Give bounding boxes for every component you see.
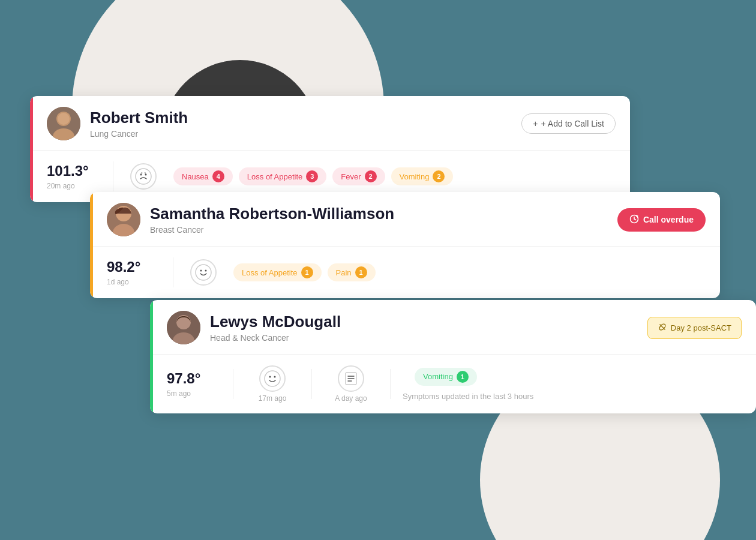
- day-post-sact-button[interactable]: Day 2 post-SACT: [647, 317, 742, 339]
- divider-3a: [233, 369, 233, 399]
- card-bar-red: [30, 96, 33, 202]
- patient-diagnosis-2: Breast Cancer: [150, 225, 617, 235]
- vital-section-1: 101.3° 20m ago: [47, 163, 101, 190]
- divider-2: [173, 257, 173, 287]
- svg-point-5: [140, 174, 142, 176]
- vital-time-1: 20m ago: [47, 182, 75, 190]
- symptom-nausea-count: 4: [212, 170, 224, 182]
- card-bar-green: [150, 300, 153, 413]
- card-header-3: Lewys McDougall Head & Neck Cancer Day 2…: [150, 300, 756, 355]
- symptom-nausea: Nausea 4: [173, 167, 233, 185]
- mood-face-sad: [130, 163, 157, 190]
- emoji-section-1: [125, 163, 161, 190]
- symptom-fever: Fever 2: [332, 167, 385, 185]
- patient-diagnosis-3: Head & Neck Cancer: [210, 333, 647, 343]
- patient-info-3: Lewys McDougall Head & Neck Cancer: [210, 313, 647, 343]
- add-to-call-list-button[interactable]: + + Add to Call List: [521, 113, 616, 134]
- symptoms-section-1: Nausea 4 Loss of Appetite 3 Fever 2 Vomi…: [173, 167, 453, 185]
- symptom-loss-appetite-2-count: 1: [301, 266, 313, 278]
- emoji-section-2: [185, 259, 221, 286]
- symptom-loss-appetite-2-label: Loss of Appetite: [242, 268, 298, 277]
- symptom-loss-appetite-1-label: Loss of Appetite: [247, 172, 303, 181]
- symptom-vomiting-3-count: 1: [457, 371, 469, 383]
- card-body-2: 98.2° 1d ago Loss of Appetite 1: [90, 247, 720, 298]
- symptom-nausea-label: Nausea: [182, 172, 209, 181]
- svg-point-13: [205, 270, 207, 272]
- patient-name-3: Lewys McDougall: [210, 313, 647, 331]
- vital-section-3: 97.8° 5m ago: [167, 370, 221, 398]
- card-lewys: Lewys McDougall Head & Neck Cancer Day 2…: [150, 300, 756, 413]
- avatar-robert: [47, 107, 80, 140]
- additional-info-3: Symptoms updated in the last 3 hours: [403, 392, 533, 401]
- symptoms-section-2: Loss of Appetite 1 Pain 1: [233, 263, 376, 281]
- svg-point-20: [269, 376, 271, 378]
- svg-point-3: [58, 113, 70, 125]
- card-action-3: Day 2 post-SACT: [647, 317, 742, 339]
- symptom-vomiting-1-count: 2: [433, 170, 445, 182]
- svg-point-4: [136, 169, 151, 184]
- svg-point-21: [274, 376, 276, 378]
- symptom-loss-appetite-2: Loss of Appetite 1: [233, 263, 322, 281]
- symptom-pain-count: 1: [355, 266, 367, 278]
- svg-point-12: [200, 270, 202, 272]
- vital-section-note-3: A day ago: [324, 365, 378, 403]
- patient-info-2: Samantha Robertson-Williamson Breast Can…: [150, 205, 617, 235]
- symptom-fever-count: 2: [365, 170, 377, 182]
- avatar-samantha: [107, 203, 140, 236]
- mood-face-3: [259, 365, 286, 392]
- card-bar-orange: [90, 192, 93, 298]
- symptom-loss-appetite-1: Loss of Appetite 3: [239, 167, 327, 185]
- symptom-vomiting-3-label: Vomiting: [423, 372, 453, 381]
- card-header-2: Samantha Robertson-Williamson Breast Can…: [90, 192, 720, 247]
- vital-temp-1: 101.3°: [47, 163, 89, 179]
- card-robert-smith: Robert Smith Lung Cancer + + Add to Call…: [30, 96, 630, 202]
- add-to-call-list-label: + Add to Call List: [541, 119, 604, 128]
- vital-time-mood-3: 17m ago: [259, 394, 287, 403]
- note-icon-3: [338, 365, 364, 392]
- patient-name-2: Samantha Robertson-Williamson: [150, 205, 617, 223]
- card-body-3: 97.8° 5m ago 17m ago: [150, 355, 756, 413]
- card-samantha: Samantha Robertson-Williamson Breast Can…: [90, 192, 720, 298]
- divider-1: [113, 161, 113, 191]
- capsule-icon: [658, 322, 667, 334]
- vital-time-3: 5m ago: [167, 389, 191, 398]
- vital-time-note-3: A day ago: [335, 394, 367, 403]
- symptom-pain: Pain 1: [328, 263, 376, 281]
- divider-3b: [311, 369, 312, 399]
- divider-3c: [390, 369, 391, 399]
- vital-time-2: 1d ago: [107, 278, 129, 286]
- call-overdue-label: Call overdue: [643, 215, 694, 224]
- vital-section-2: 98.2° 1d ago: [107, 259, 161, 286]
- svg-point-11: [196, 265, 211, 280]
- patient-name-1: Robert Smith: [90, 109, 521, 127]
- patient-info-1: Robert Smith Lung Cancer: [90, 109, 521, 139]
- mood-face-happy: [190, 259, 217, 286]
- symptom-vomiting-1: Vomiting 2: [391, 167, 454, 185]
- symptom-loss-appetite-1-count: 3: [306, 170, 318, 182]
- symptom-vomiting-3: Vomiting 1: [415, 368, 477, 386]
- add-icon: +: [533, 119, 538, 128]
- svg-point-6: [145, 174, 147, 176]
- card-action-2: Call overdue: [617, 208, 706, 232]
- symptoms-section-3: Vomiting 1: [415, 368, 533, 386]
- patient-diagnosis-1: Lung Cancer: [90, 129, 521, 139]
- card-header-1: Robert Smith Lung Cancer + + Add to Call…: [30, 96, 630, 151]
- symptom-pain-label: Pain: [336, 268, 352, 277]
- symptom-vomiting-1-label: Vomiting: [400, 172, 430, 181]
- day-post-sact-label: Day 2 post-SACT: [671, 323, 731, 332]
- card-action-1: + + Add to Call List: [521, 113, 616, 134]
- symptom-fever-label: Fever: [341, 172, 361, 181]
- svg-point-19: [265, 371, 280, 386]
- svg-line-18: [659, 324, 665, 329]
- vital-temp-3: 97.8°: [167, 370, 200, 387]
- vital-temp-2: 98.2°: [107, 259, 140, 275]
- call-overdue-button[interactable]: Call overdue: [617, 208, 706, 232]
- symptoms-column-3: Vomiting 1 Symptoms updated in the last …: [403, 368, 533, 401]
- avatar-lewys: [167, 311, 200, 344]
- vital-section-mood-3: 17m ago: [245, 365, 299, 403]
- clock-refresh-icon: [629, 214, 639, 226]
